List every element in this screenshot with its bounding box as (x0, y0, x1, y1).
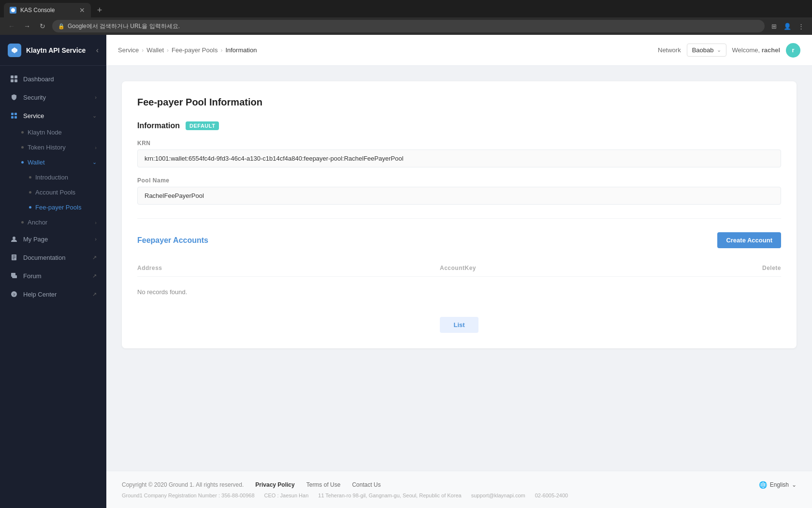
network-label: Network (658, 46, 681, 54)
forward-button[interactable]: → (21, 20, 33, 32)
list-button[interactable]: List (440, 317, 478, 333)
sidebar-item-help-center[interactable]: ? Help Center ↗ (0, 285, 106, 303)
sidebar-item-label: Forum (23, 272, 87, 280)
app-container: Klaytn API Service ‹ Dashboard (0, 35, 812, 508)
sidebar-header: Klaytn API Service ‹ (0, 35, 106, 66)
sidebar-item-label: Token History (28, 144, 66, 151)
footer-company-info: Ground1 Company Registration Number : 35… (122, 493, 255, 498)
sidebar-item-account-pools[interactable]: Account Pools (29, 185, 106, 200)
krn-value: krn:1001:wallet:6554fc4d-9fd3-46c4-a130-… (137, 149, 781, 167)
footer-ceo-info: CEO : Jaesun Han (264, 493, 309, 498)
refresh-button[interactable]: ↻ (37, 20, 48, 32)
svg-rect-3 (14, 113, 17, 115)
chevron-right-icon: › (95, 145, 97, 150)
username: rachel (762, 46, 780, 54)
sidebar-item-security[interactable]: Security › (0, 88, 106, 106)
col-header-address: Address (137, 265, 432, 271)
list-button-row: List (137, 317, 781, 333)
footer-phone: 02-6005-2400 (535, 493, 568, 498)
footer-privacy-policy[interactable]: Privacy Policy (255, 481, 294, 488)
footer-contact-us[interactable]: Contact Us (352, 481, 380, 488)
browser-tabs: KAS Console ✕ + (0, 0, 812, 17)
language-selector[interactable]: 🌐 English ⌄ (759, 481, 797, 489)
profile-icon[interactable]: 👤 (782, 21, 793, 31)
sidebar-item-label: My Page (23, 236, 90, 243)
external-link-icon: ↗ (92, 291, 97, 298)
sidebar-item-label: Dashboard (23, 75, 97, 83)
pool-name-label: Pool Name (137, 177, 781, 184)
sub-dot (21, 146, 24, 149)
lock-icon: 🔒 (58, 23, 65, 30)
sidebar-item-anchor[interactable]: Anchor › (21, 215, 106, 230)
external-link-icon: ↗ (92, 254, 97, 261)
new-tab-button[interactable]: + (93, 3, 106, 17)
forum-icon (10, 271, 18, 280)
chevron-right-icon: › (95, 220, 97, 225)
sidebar-toggle-button[interactable]: ‹ (96, 46, 99, 55)
sidebar-item-label: Fee-payer Pools (35, 204, 81, 211)
network-chevron-icon: ⌄ (717, 47, 721, 53)
footer-bottom: Ground1 Company Registration Number : 35… (122, 493, 797, 498)
feepayer-section-title: Feepayer Accounts (137, 236, 208, 245)
security-icon (10, 93, 18, 102)
sidebar-item-dashboard[interactable]: Dashboard (0, 70, 106, 88)
sidebar-item-forum[interactable]: Forum ↗ (0, 267, 106, 285)
language-value: English (770, 481, 789, 488)
browser-toolbar: ← → ↻ 🔒 Google에서 검색하거나 URL을 입력하세요. ⊞ 👤 ⋮ (0, 17, 812, 35)
info-section-title: Information (137, 121, 180, 130)
footer-top: Copyright © 2020 Ground 1. All rights re… (122, 481, 797, 489)
topbar: Service › Wallet › Fee-payer Pools › Inf… (106, 35, 812, 66)
sidebar-item-documentation[interactable]: Documentation ↗ (0, 248, 106, 267)
sidebar-item-fee-payer-pools[interactable]: Fee-payer Pools (29, 200, 106, 215)
krn-label: KRN (137, 140, 781, 147)
svg-point-0 (11, 8, 15, 12)
no-records-message: No records found. (137, 279, 781, 305)
footer-support-email: support@klaynapi.com (471, 493, 525, 498)
footer-terms-of-use[interactable]: Terms of Use (306, 481, 341, 488)
chevron-down-icon: ⌄ (92, 159, 97, 165)
breadcrumb-wallet[interactable]: Wallet (146, 46, 164, 54)
sidebar-item-service[interactable]: Service ⌄ (0, 106, 106, 125)
svg-rect-4 (11, 116, 14, 119)
sidebar-item-token-history[interactable]: Token History › (21, 140, 106, 155)
sidebar-item-klaytn-node[interactable]: Klaytn Node (21, 125, 106, 140)
table-header: Address AccountKey Delete (137, 260, 781, 277)
main-content: Service › Wallet › Fee-payer Pools › Inf… (106, 35, 812, 508)
sidebar-brand: Klaytn API Service (26, 46, 86, 54)
sub-dot (21, 161, 24, 164)
krn-field-group: KRN krn:1001:wallet:6554fc4d-9fd3-46c4-a… (137, 140, 781, 167)
globe-icon: 🌐 (759, 481, 767, 489)
create-account-button[interactable]: Create Account (717, 232, 781, 248)
sidebar: Klaytn API Service ‹ Dashboard (0, 35, 106, 508)
svg-rect-12 (13, 275, 17, 278)
feepayer-section-header: Feepayer Accounts Create Account (137, 232, 781, 248)
topbar-right: Network Baobab ⌄ Welcome, rachel r (658, 43, 800, 58)
sidebar-item-wallet[interactable]: Wallet ⌄ (21, 155, 106, 170)
footer-copyright: Copyright © 2020 Ground 1. All rights re… (122, 481, 244, 488)
chevron-right-icon: › (95, 94, 97, 100)
svg-text:?: ? (13, 293, 15, 297)
menu-icon[interactable]: ⋮ (796, 21, 806, 31)
tab-close-button[interactable]: ✕ (79, 6, 85, 14)
back-button[interactable]: ← (6, 20, 17, 32)
welcome-text: Welcome, rachel (732, 46, 780, 54)
extensions-icon[interactable]: ⊞ (768, 21, 779, 31)
section-divider (137, 218, 781, 219)
sidebar-item-my-page[interactable]: My Page › (0, 230, 106, 248)
breadcrumb-service[interactable]: Service (118, 46, 139, 54)
sub-dot (29, 176, 31, 179)
address-bar[interactable]: 🔒 Google에서 검색하거나 URL을 입력하세요. (52, 20, 765, 32)
sidebar-item-introduction[interactable]: Introduction (29, 170, 106, 185)
dashboard-icon (10, 75, 18, 83)
network-value: Baobab (692, 46, 714, 54)
breadcrumb-fee-payer-pools[interactable]: Fee-payer Pools (172, 46, 218, 54)
service-icon (10, 111, 18, 120)
info-section-header: Information DEFAULT (137, 121, 781, 130)
user-avatar[interactable]: r (786, 43, 800, 58)
content-card: Fee-payer Pool Information Information D… (122, 81, 797, 348)
browser-tab-active[interactable]: KAS Console ✕ (4, 3, 91, 17)
sidebar-nav: Dashboard Security › Service ⌄ (0, 66, 106, 508)
chevron-down-icon: ⌄ (92, 113, 97, 119)
tab-title: KAS Console (20, 7, 75, 14)
network-selector[interactable]: Baobab ⌄ (687, 44, 726, 57)
